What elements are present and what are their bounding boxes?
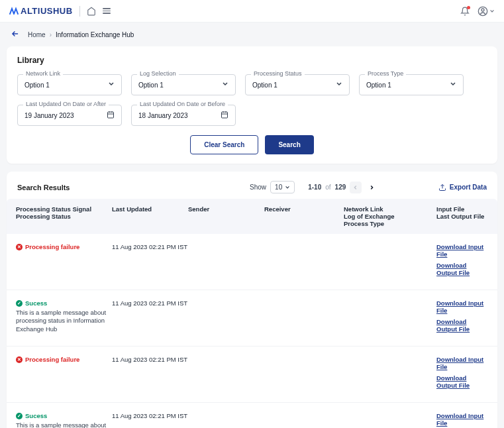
breadcrumb-bar: Home › Information Exchange Hub	[0, 23, 504, 46]
status-badge: ✓Sucess	[16, 299, 112, 307]
download-output-link[interactable]: Download Output File	[436, 374, 488, 389]
clear-search-button[interactable]: Clear Search	[190, 135, 258, 154]
search-button[interactable]: Search	[265, 135, 313, 154]
log-selection-select[interactable]: Log Selection Option 1	[131, 74, 236, 95]
chevron-down-icon	[108, 81, 115, 89]
check-icon: ✓	[16, 413, 23, 419]
brand-text: ALTIUSHUB	[21, 6, 73, 16]
export-data-button[interactable]: Export Data	[438, 184, 487, 191]
status-badge: ✕Processing failure	[16, 356, 112, 363]
status-badge: ✕Processing failure	[16, 243, 112, 250]
home-icon[interactable]	[87, 7, 96, 16]
next-page-button[interactable]	[366, 182, 378, 193]
chevron-right-icon: ›	[50, 31, 52, 38]
table-row: ✓SucessThis is a sample message about pr…	[7, 403, 497, 428]
table-header: Processing Status Signal Processing Stat…	[7, 199, 497, 234]
table-row: ✕Processing failure11 Aug 2023 02:21 PM …	[7, 234, 497, 290]
show-label: Show	[250, 184, 266, 191]
download-input-link[interactable]: Download Input File	[436, 356, 488, 370]
calendar-icon	[221, 111, 228, 120]
top-bar: ALTIUSHUB	[0, 0, 504, 23]
back-arrow-icon[interactable]	[9, 29, 21, 40]
download-input-link[interactable]: Download Input File	[436, 412, 488, 427]
error-icon: ✕	[16, 244, 23, 250]
breadcrumb-home[interactable]: Home	[28, 31, 46, 38]
timestamp: 11 Aug 2023 02:21 PM IST	[112, 356, 188, 393]
breadcrumb: Home › Information Exchange Hub	[28, 31, 134, 38]
download-input-link[interactable]: Download Input File	[436, 299, 488, 314]
logo-icon	[9, 6, 19, 17]
status-message: This is a sample message about processin…	[16, 309, 112, 333]
chevron-down-icon	[336, 81, 342, 89]
timestamp: 11 Aug 2023 02:21 PM IST	[112, 412, 188, 428]
check-icon: ✓	[16, 300, 23, 307]
prev-page-button[interactable]	[350, 182, 362, 193]
notifications-icon[interactable]	[460, 7, 470, 16]
timestamp: 11 Aug 2023 02:21 PM IST	[112, 299, 188, 337]
results-card: Search Results Show 10 1-10 of 129 Expor…	[7, 172, 497, 428]
chevron-down-icon	[222, 81, 228, 89]
library-title: Library	[17, 56, 487, 65]
brand-logo[interactable]: ALTIUSHUB	[9, 6, 73, 17]
results-title: Search Results	[17, 184, 70, 191]
svg-rect-2	[108, 112, 114, 118]
download-output-link[interactable]: Download Output File	[436, 318, 488, 333]
svg-point-1	[481, 9, 484, 11]
error-icon: ✕	[16, 356, 23, 363]
network-link-select[interactable]: Network Link Option 1	[17, 74, 122, 95]
process-type-select[interactable]: Process Type Option 1	[359, 74, 464, 95]
status-message: This is a sample message about processin…	[16, 421, 112, 428]
menu-icon[interactable]	[103, 8, 111, 14]
processing-status-select[interactable]: Processing Status Option 1	[245, 74, 350, 95]
svg-rect-6	[222, 112, 228, 118]
calendar-icon	[107, 111, 115, 120]
status-badge: ✓Sucess	[16, 412, 112, 419]
date-before-input[interactable]: Last Updated On Date or Before 18 Januar…	[131, 105, 236, 126]
chevron-down-icon	[450, 81, 456, 89]
divider	[79, 6, 80, 17]
page-size-select[interactable]: 10	[270, 181, 295, 193]
download-output-link[interactable]: Download Output File	[436, 262, 488, 276]
download-input-link[interactable]: Download Input File	[436, 243, 488, 258]
table-row: ✕Processing failure11 Aug 2023 02:21 PM …	[7, 347, 497, 403]
date-after-input[interactable]: Last Updated On Date or After 19 January…	[17, 105, 122, 126]
table-row: ✓SucessThis is a sample message about pr…	[7, 290, 497, 347]
timestamp: 11 Aug 2023 02:21 PM IST	[112, 243, 188, 280]
breadcrumb-current: Information Exchange Hub	[56, 31, 134, 38]
user-menu[interactable]	[478, 6, 495, 17]
notification-dot	[467, 6, 470, 9]
library-card: Library Network Link Option 1 Log Select…	[7, 46, 497, 164]
